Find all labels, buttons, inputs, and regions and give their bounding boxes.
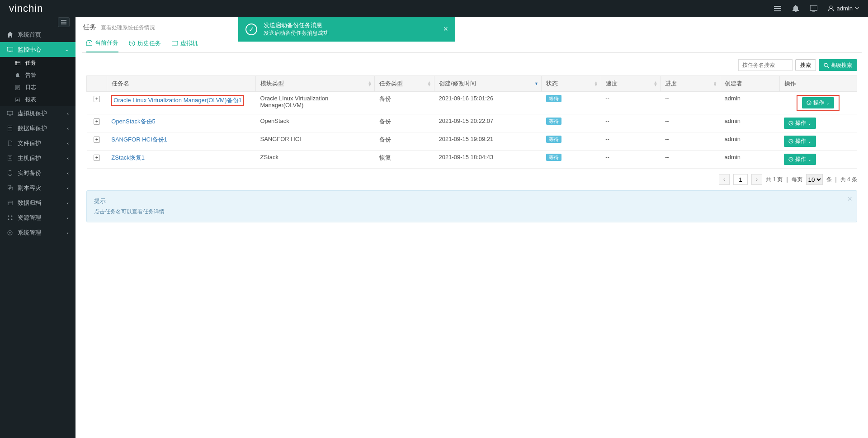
sidebar-item-alarm[interactable]: 告警 (0, 69, 75, 81)
cell-time: 2021-09-15 19:09:21 (434, 132, 542, 151)
sidebar-item-task[interactable]: 任务 (0, 57, 75, 69)
col-speed[interactable]: 速度▲▼ (601, 76, 660, 92)
sidebar-item-vm-protect[interactable]: 虚拟机保护 ‹ (0, 106, 75, 121)
tip-text: 点击任务名可以查看任务详情 (94, 208, 849, 216)
chevron-left-icon: ‹ (67, 141, 69, 146)
cell-creator: admin (720, 92, 780, 114)
cell-speed: -- (601, 132, 660, 151)
task-name-link[interactable]: SANGFOR HCI备份1 (111, 136, 167, 143)
cell-status: 等待 (542, 114, 601, 132)
cell-time: 2021-09-15 20:22:07 (434, 114, 542, 132)
pager-prev-button[interactable]: ‹ (719, 174, 730, 185)
sidebar-item-replica[interactable]: 副本容灾 ‹ (0, 180, 75, 195)
adv-search-label: 高级搜索 (830, 61, 852, 69)
cell-creator: admin (720, 132, 780, 151)
task-name-link[interactable]: ZStack恢复1 (111, 154, 145, 161)
toast-close-button[interactable]: × (443, 24, 448, 34)
row-action-button[interactable]: 操作 ⌄ (784, 118, 816, 129)
table-row: +SANGFOR HCI备份1SANGFOR HCI备份2021-09-15 1… (87, 132, 857, 151)
tabs-bar: 当前任务 历史任务 虚拟机 (82, 33, 862, 53)
sidebar-item-resource[interactable]: 资源管理 ‹ (0, 210, 75, 225)
cell-module: OpenStack (255, 114, 374, 132)
action-icon (788, 157, 793, 162)
expand-row-button[interactable]: + (94, 137, 100, 143)
action-icon (807, 100, 811, 105)
user-menu[interactable]: admin (828, 5, 859, 12)
user-icon (828, 5, 834, 12)
host-icon (7, 155, 13, 161)
file-icon (7, 141, 13, 146)
svg-point-18 (9, 232, 11, 233)
pager-total-items: 共 4 条 (840, 176, 857, 184)
advanced-search-button[interactable]: 高级搜索 (819, 59, 857, 71)
pager-items-label: 条 (826, 176, 832, 184)
sidebar-item-monitor[interactable]: 监控中心 ⌄ (0, 42, 75, 57)
col-time[interactable]: 创建/修改时间▼ (434, 76, 542, 92)
tab-history-tasks[interactable]: 历史任务 (129, 39, 161, 52)
row-action-button[interactable]: 操作 ⌄ (802, 97, 834, 108)
svg-rect-3 (15, 61, 20, 65)
sidebar-item-report[interactable]: 报表 (0, 94, 75, 106)
page-title: 任务 查看处理系统任务情况 (83, 23, 862, 32)
col-module[interactable]: 模块类型▲▼ (255, 76, 374, 92)
svg-point-15 (8, 219, 9, 220)
expand-row-button[interactable]: + (94, 155, 100, 161)
sidebar-item-host-protect[interactable]: 主机保护 ‹ (0, 151, 75, 165)
sidebar-archive-label: 数据归档 (18, 199, 41, 207)
sidebar-item-realtime[interactable]: 实时备份 ‹ (0, 165, 75, 180)
sidebar-item-log[interactable]: 日志 (0, 81, 75, 94)
alarm-icon (14, 73, 21, 78)
action-icon (788, 121, 793, 126)
sidebar-toggle-button[interactable] (58, 17, 70, 27)
pager-select[interactable]: 10 (806, 174, 823, 185)
sidebar-item-file-protect[interactable]: 文件保护 ‹ (0, 136, 75, 151)
pager-next-button[interactable]: › (751, 174, 762, 185)
shield-icon (7, 170, 13, 176)
cell-module: Oracle Linux Virtualization Manager(OLVM… (255, 92, 374, 114)
sidebar-monitor-label: 监控中心 (18, 46, 41, 54)
search-input[interactable] (738, 59, 793, 71)
svg-point-1 (830, 6, 832, 9)
table-row: +ZStack恢复1ZStack恢复2021-09-15 18:04:43等待-… (87, 151, 857, 169)
tab-current-tasks[interactable]: 当前任务 (86, 39, 118, 52)
search-button[interactable]: 搜索 (795, 59, 816, 71)
gear-icon (7, 230, 13, 235)
task-name-link[interactable]: OpenStack备份5 (111, 118, 156, 125)
notification-toast: ✓ 发送启动备份任务消息 发送启动备份任务消息成功 × (238, 17, 455, 42)
sidebar-alarm-label: 告警 (25, 71, 36, 79)
expand-row-button[interactable]: + (94, 96, 100, 102)
row-action-button[interactable]: 操作 ⌄ (784, 136, 816, 147)
col-status[interactable]: 状态▲▼ (542, 76, 601, 92)
row-action-button[interactable]: 操作 ⌄ (784, 154, 816, 165)
monitor-icon[interactable] (810, 5, 818, 13)
expand-row-button[interactable]: + (94, 118, 100, 125)
brand-logo: vinchin (9, 3, 43, 14)
tip-box: × 提示 点击任务名可以查看任务详情 (86, 190, 857, 222)
col-progress[interactable]: 进度▲▼ (660, 76, 720, 92)
sidebar-toggle-row (0, 17, 75, 27)
tab-vm[interactable]: 虚拟机 (172, 39, 198, 52)
col-creator[interactable]: 创建者 (720, 76, 780, 92)
svg-point-13 (8, 216, 9, 217)
sidebar-item-archive[interactable]: 数据归档 ‹ (0, 195, 75, 210)
sidebar-item-db-protect[interactable]: 数据库保护 ‹ (0, 121, 75, 136)
sidebar-replica-label: 副本容灾 (18, 184, 41, 192)
monitor-nav-icon (7, 47, 13, 52)
status-badge: 等待 (546, 154, 561, 161)
log-icon (14, 85, 21, 90)
sidebar-item-system[interactable]: 系统管理 ‹ (0, 225, 75, 240)
bell-icon[interactable] (792, 5, 800, 13)
tip-close-button[interactable]: × (847, 194, 852, 204)
tasks-table: 任务名 模块类型▲▼ 任务类型▲▼ 创建/修改时间▼ 状态▲▼ 速度▲▼ 进度▲… (86, 75, 857, 169)
pager-page-input[interactable] (733, 174, 748, 185)
list-icon[interactable] (774, 5, 782, 13)
sidebar-item-home[interactable]: 系统首页 (0, 27, 75, 42)
task-name-link[interactable]: Oracle Linux Virtualization Manager(OLVM… (111, 95, 244, 106)
hamburger-icon (61, 20, 66, 24)
cell-creator: admin (720, 151, 780, 169)
col-task-name[interactable]: 任务名 (107, 76, 255, 92)
vm-tab-icon (172, 41, 178, 46)
toast-title: 发送启动备份任务消息 (264, 21, 437, 29)
col-type[interactable]: 任务类型▲▼ (375, 76, 434, 92)
cell-module: ZStack (255, 151, 374, 169)
